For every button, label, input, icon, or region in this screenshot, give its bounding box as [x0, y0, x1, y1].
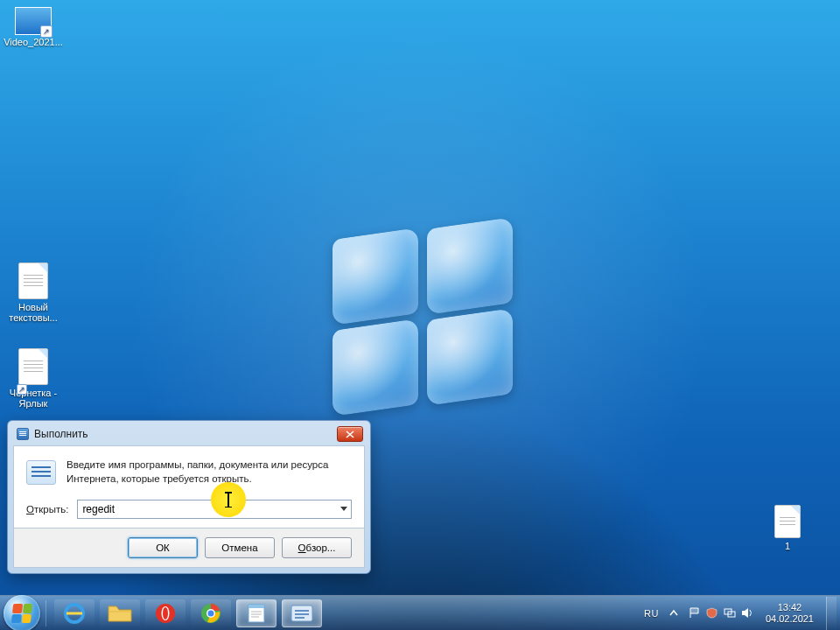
taskbar-run[interactable] — [282, 599, 322, 627]
separator — [46, 600, 46, 626]
cancel-button[interactable]: Отмена — [205, 537, 275, 558]
text-file-icon — [774, 505, 801, 538]
close-icon — [346, 430, 354, 438]
shield-icon — [706, 607, 718, 619]
tray-action-center[interactable] — [689, 607, 701, 620]
desktop[interactable]: ↗ Video_2021... Новый текстовы... ↗ Черн… — [0, 0, 840, 630]
opera-icon — [155, 603, 176, 624]
titlebar[interactable]: Выполнить — [13, 426, 365, 445]
tray-network[interactable] — [724, 607, 736, 620]
open-input[interactable] — [78, 503, 337, 515]
notepad-icon — [247, 603, 266, 624]
dropdown-button[interactable] — [337, 500, 351, 518]
chevron-up-icon — [669, 609, 678, 618]
open-label: Открыть: — [26, 504, 68, 514]
button-bar: ОК Отмена Обзор... — [13, 528, 365, 568]
svg-point-6 — [208, 610, 214, 616]
taskbar-chrome[interactable] — [191, 599, 231, 627]
tray-clock[interactable]: 13:42 04.02.2021 — [766, 602, 814, 624]
windows-logo-backdrop — [332, 223, 516, 407]
windows-flag-icon — [11, 604, 32, 623]
tray-volume[interactable] — [741, 607, 753, 620]
show-desktop-button[interactable] — [826, 597, 836, 630]
desktop-icon-label: Чернетка - Ярлык — [2, 388, 65, 409]
desktop-icon-label: Video_2021... — [2, 37, 65, 47]
text-file-icon — [18, 348, 48, 385]
taskbar-notepad[interactable] — [236, 599, 276, 627]
ok-button[interactable]: ОК — [128, 537, 198, 558]
tray-security[interactable] — [706, 607, 718, 620]
speaker-icon — [741, 607, 753, 619]
desktop-icon-draft-shortcut[interactable]: ↗ Чернетка - Ярлык — [2, 348, 65, 409]
taskbar-opera[interactable] — [145, 599, 186, 627]
shortcut-overlay-icon: ↗ — [17, 384, 27, 395]
svg-point-3 — [163, 607, 168, 620]
chrome-icon — [200, 603, 221, 624]
open-combobox[interactable] — [77, 500, 352, 519]
chevron-down-icon — [340, 507, 347, 512]
svg-rect-9 — [291, 606, 312, 621]
system-tray: RU 13:42 04.02.2021 — [644, 597, 840, 630]
run-window-icon — [290, 605, 313, 622]
ie-icon — [63, 602, 86, 625]
taskbar-explorer[interactable] — [100, 599, 140, 627]
taskbar: RU 13:42 04.02.2021 — [0, 595, 840, 630]
desktop-icon-label: 1 — [766, 541, 808, 551]
run-icon — [17, 428, 29, 440]
start-button[interactable] — [4, 595, 40, 631]
window-title: Выполнить — [34, 428, 88, 440]
clock-date: 04.02.2021 — [766, 613, 814, 625]
close-button[interactable] — [337, 426, 363, 442]
clock-time: 13:42 — [766, 602, 814, 613]
video-file-icon: ↗ — [15, 7, 52, 35]
dialog-body: Введите имя программы, папки, документа … — [13, 445, 365, 528]
svg-rect-8 — [248, 605, 264, 608]
run-program-icon — [26, 460, 56, 485]
flag-icon — [689, 607, 700, 619]
language-indicator[interactable]: RU — [644, 608, 659, 619]
taskbar-ie[interactable] — [54, 599, 94, 627]
instruction-text: Введите имя программы, папки, документа … — [66, 458, 352, 486]
text-file-icon — [18, 262, 48, 299]
network-icon — [724, 607, 736, 619]
desktop-icon-label: Новый текстовы... — [2, 302, 65, 323]
run-dialog: Выполнить Введите имя программы, папки, … — [7, 420, 371, 574]
tray-overflow-button[interactable] — [668, 607, 680, 620]
desktop-icon-one[interactable]: 1 — [766, 505, 808, 551]
browse-button[interactable]: Обзор... — [282, 537, 352, 558]
desktop-icon-video[interactable]: ↗ Video_2021... — [2, 7, 65, 47]
folder-icon — [108, 604, 132, 623]
desktop-icon-newtext[interactable]: Новый текстовы... — [2, 262, 65, 323]
